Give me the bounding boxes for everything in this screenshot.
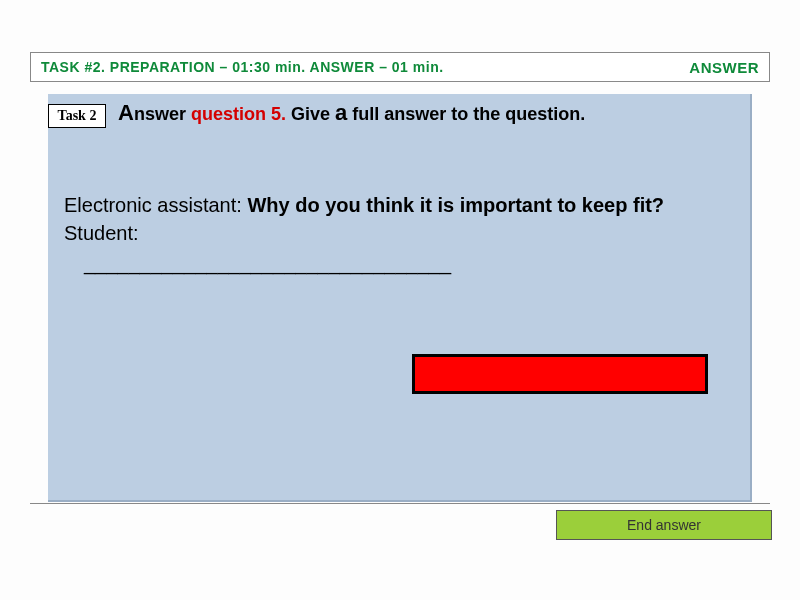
header-task-info: TASK #2. PREPARATION – 01:30 min. ANSWER… [41, 59, 444, 75]
question-block: Electronic assistant: Why do you think i… [64, 192, 724, 276]
instruction-part3: full answer to the question. [347, 104, 585, 124]
question-text: Why do you think it is important to keep… [247, 194, 664, 216]
instruction-text: Answer question 5. Give a full answer to… [118, 100, 585, 126]
question-line: Electronic assistant: Why do you think i… [64, 192, 724, 218]
instruction-cap: A [118, 100, 134, 125]
progress-bar [412, 354, 708, 394]
answer-blank: _________________________________ [64, 250, 724, 276]
header-phase: ANSWER [689, 59, 759, 76]
instruction-part2: Give [286, 104, 335, 124]
instruction-red: question 5. [191, 104, 286, 124]
task-badge: Task 2 [48, 104, 106, 128]
header-bar: TASK #2. PREPARATION – 01:30 min. ANSWER… [30, 52, 770, 82]
end-answer-button[interactable]: End answer [556, 510, 772, 540]
divider [30, 503, 770, 504]
instruction-part1: nswer [134, 104, 191, 124]
student-label: Student: [64, 220, 724, 246]
main-panel [48, 94, 752, 502]
instruction-cap2: a [335, 100, 347, 125]
assistant-label: Electronic assistant: [64, 194, 247, 216]
